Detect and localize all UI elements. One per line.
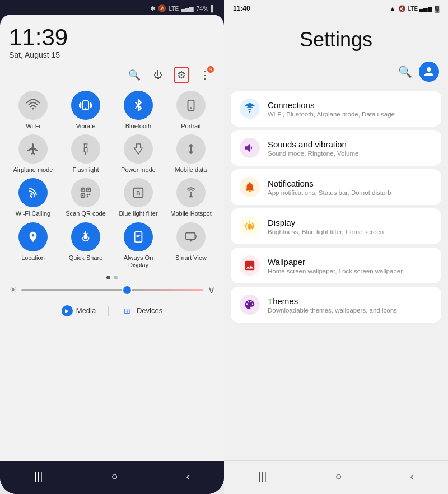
tile-vibrate-icon (71, 91, 100, 120)
brightness-thumb[interactable] (122, 285, 132, 295)
tile-scan-qr[interactable]: Scan QR code (62, 178, 110, 217)
more-quick-btn[interactable]: ⋮ N (197, 67, 213, 83)
tile-blue-light[interactable]: B Blue light filter (114, 178, 162, 217)
right-panel: 11:40 ▲ 🔇 LTE ▄▅▆ ▓ Settings 🔍 Connectio… (224, 0, 448, 494)
themes-icon (240, 295, 260, 315)
tile-hotspot-icon (176, 178, 206, 207)
left-recents-btn[interactable]: ||| (23, 468, 54, 485)
tile-wifi[interactable]: Wi-Fi (9, 91, 57, 130)
themes-text: Themes Downloadable themes, wallpapers, … (268, 296, 432, 314)
right-mute-icon: 🔇 (398, 5, 406, 12)
settings-quick-btn[interactable]: ⚙ (174, 67, 189, 83)
settings-item-display[interactable]: Display Brightness, Blue light filter, H… (231, 208, 441, 244)
tile-hotspot[interactable]: Mobile Hotspot (167, 178, 215, 217)
tile-flashlight[interactable]: Flashlight (62, 134, 110, 174)
tile-portrait-label: Portrait (181, 123, 200, 130)
left-back-btn[interactable]: ‹ (175, 468, 201, 485)
quick-actions-bar: 🔍 ⏻ ⚙ ⋮ N (9, 62, 215, 88)
settings-item-themes[interactable]: Themes Downloadable themes, wallpapers, … (231, 287, 441, 323)
sounds-text: Sounds and vibration Sound mode, Rington… (268, 139, 432, 157)
tile-smart-view[interactable]: Smart View (167, 222, 215, 269)
tile-wifi-icon (18, 91, 48, 120)
svg-rect-28 (186, 232, 195, 239)
signal-bars-icon: ▄▅▆ (181, 6, 194, 12)
right-back-btn[interactable]: ‹ (399, 468, 425, 485)
wallpaper-title: Wallpaper (268, 257, 432, 267)
dot-2 (114, 276, 118, 279)
display-icon (240, 216, 260, 236)
notifications-icon (240, 177, 260, 197)
tile-power-mode-label: Power mode (121, 166, 156, 174)
tile-airplane-icon (18, 134, 48, 164)
tile-wifi-calling[interactable]: Wi-Fi Calling (9, 178, 57, 217)
tile-aod-label: Always On Display (114, 254, 162, 269)
tile-smart-view-label: Smart View (175, 254, 207, 262)
svg-rect-27 (136, 236, 139, 237)
wallpaper-sub: Home screen wallpaper, Lock screen wallp… (268, 268, 432, 274)
tile-hotspot-label: Mobile Hotspot (170, 210, 211, 217)
tile-location[interactable]: Location (9, 222, 57, 269)
settings-search-btn[interactable]: 🔍 (398, 65, 412, 78)
svg-rect-15 (88, 189, 90, 191)
brightness-slider[interactable] (21, 289, 203, 291)
settings-item-sounds[interactable]: Sounds and vibration Sound mode, Rington… (231, 130, 441, 166)
left-status-bar: ✱ 🔕 LTE ▄▅▆ 74% ▌ (0, 0, 224, 15)
settings-item-connections[interactable]: Connections Wi-Fi, Bluetooth, Airplane m… (231, 91, 441, 127)
tile-blue-light-label: Blue light filter (119, 210, 157, 217)
svg-rect-14 (82, 189, 84, 191)
right-status-icons: ▲ 🔇 LTE ▄▅▆ ▓ (390, 5, 439, 12)
tile-location-icon (18, 222, 48, 251)
settings-avatar[interactable] (419, 62, 439, 82)
page-dots (9, 271, 215, 282)
svg-point-24 (83, 235, 87, 239)
wallpaper-icon (240, 255, 260, 276)
tile-power-mode[interactable]: Power mode (114, 134, 162, 174)
notification-badge-dot: N (207, 66, 214, 73)
svg-rect-18 (89, 194, 91, 195)
media-button[interactable]: ▶ Media (62, 305, 96, 316)
left-home-btn[interactable]: ○ (100, 468, 129, 485)
right-home-btn[interactable]: ○ (324, 468, 353, 485)
connections-icon (240, 99, 260, 119)
sounds-sub: Sound mode, Ringtone, Volume (268, 150, 432, 157)
tile-bluetooth[interactable]: Bluetooth (114, 91, 162, 130)
battery-icon: ▌ (211, 5, 215, 12)
right-alert-icon: ▲ (390, 5, 396, 12)
power-quick-btn[interactable]: ⏻ (150, 67, 166, 83)
right-time: 11:40 (233, 4, 250, 12)
svg-point-0 (32, 108, 34, 110)
right-recents-btn[interactable]: ||| (247, 468, 278, 485)
tile-portrait[interactable]: Portrait (167, 91, 215, 130)
search-quick-btn[interactable]: 🔍 (127, 67, 142, 83)
right-battery-icon: ▓ (435, 5, 439, 12)
svg-rect-16 (82, 195, 84, 197)
time-display: 11:39 Sat, August 15 (9, 26, 215, 59)
tile-quick-share[interactable]: Quick Share (62, 222, 110, 269)
brightness-row: ☀ ∨ (9, 282, 215, 301)
tile-mobile-data-icon (176, 134, 206, 164)
tile-mobile-data-label: Mobile data (175, 166, 207, 174)
tile-mobile-data[interactable]: Mobile data (167, 134, 215, 174)
tile-airplane[interactable]: Airplane mode (9, 134, 57, 174)
notifications-sub: App notifications, Status bar, Do not di… (268, 189, 432, 196)
svg-text:B: B (136, 190, 140, 197)
media-play-icon: ▶ (62, 305, 73, 316)
notifications-text: Notifications App notifications, Status … (268, 179, 432, 196)
left-nav-bar: ||| ○ ‹ (0, 461, 224, 494)
svg-rect-7 (188, 100, 194, 110)
tile-vibrate[interactable]: Vibrate (62, 91, 110, 130)
left-content: 11:39 Sat, August 15 🔍 ⏻ ⚙ ⋮ N Wi-Fi (0, 15, 224, 461)
svg-rect-9 (84, 147, 87, 152)
quick-tiles-grid: Wi-Fi Vibrate (9, 88, 215, 271)
settings-item-notifications[interactable]: Notifications App notifications, Status … (231, 169, 441, 205)
tile-wifi-calling-label: Wi-Fi Calling (16, 210, 50, 217)
devices-label: Devices (137, 306, 162, 315)
tile-aod[interactable]: Always On Display (114, 222, 162, 269)
devices-button[interactable]: ⊞ Devices (121, 305, 162, 317)
right-status-bar: 11:40 ▲ 🔇 LTE ▄▅▆ ▓ (224, 0, 448, 15)
right-signal-icon: LTE ▄▅▆ (408, 6, 432, 12)
brightness-expand-icon[interactable]: ∨ (208, 284, 215, 296)
connections-sub: Wi-Fi, Bluetooth, Airplane mode, Data us… (268, 111, 432, 118)
right-nav-bar: ||| ○ ‹ (224, 460, 448, 494)
settings-item-wallpaper[interactable]: Wallpaper Home screen wallpaper, Lock sc… (231, 248, 441, 283)
